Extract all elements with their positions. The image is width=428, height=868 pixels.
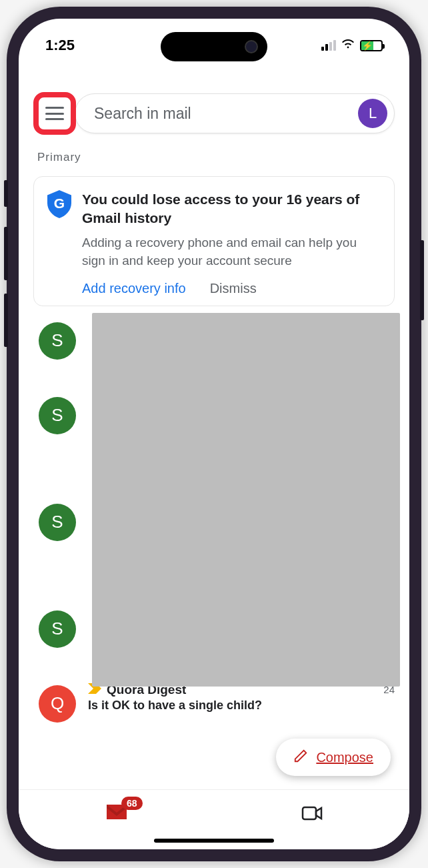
svg-rect-2 bbox=[303, 807, 316, 819]
email-subject: Is it OK to have a single child? bbox=[88, 699, 395, 713]
cellular-signal-icon bbox=[321, 40, 336, 51]
sender-avatar: S bbox=[39, 397, 76, 434]
sender-avatar: Q bbox=[39, 685, 76, 723]
redaction-overlay bbox=[92, 313, 400, 687]
volume-up-button bbox=[4, 227, 8, 280]
svg-text:G: G bbox=[54, 195, 65, 211]
add-recovery-button[interactable]: Add recovery info bbox=[82, 281, 186, 296]
menu-button-highlight bbox=[33, 92, 76, 135]
sender-avatar: S bbox=[39, 504, 76, 541]
search-bar-row: Search in mail L bbox=[19, 85, 409, 143]
search-placeholder: Search in mail bbox=[94, 105, 358, 123]
battery-icon: ⚡ bbox=[360, 40, 383, 51]
pencil-icon bbox=[293, 749, 308, 767]
compose-button[interactable]: Compose bbox=[276, 739, 391, 776]
video-icon bbox=[301, 805, 323, 822]
search-input[interactable]: Search in mail L bbox=[75, 93, 395, 133]
dynamic-island bbox=[161, 32, 267, 61]
dismiss-button[interactable]: Dismiss bbox=[210, 281, 257, 296]
alert-title: You could lose access to your 16 years o… bbox=[82, 190, 381, 228]
alert-body-text: Adding a recovery phone and email can he… bbox=[82, 234, 381, 270]
unread-badge: 68 bbox=[121, 797, 143, 810]
security-alert-card: G You could lose access to your 16 years… bbox=[33, 176, 395, 306]
shield-icon: G bbox=[47, 190, 71, 217]
section-label: Primary bbox=[19, 143, 409, 168]
wifi-icon bbox=[341, 36, 355, 55]
side-button bbox=[4, 180, 8, 207]
volume-down-button bbox=[4, 294, 8, 347]
front-camera bbox=[245, 40, 258, 53]
menu-icon[interactable] bbox=[45, 107, 64, 120]
power-button bbox=[420, 240, 424, 320]
home-indicator[interactable] bbox=[154, 839, 274, 843]
profile-avatar[interactable]: L bbox=[358, 99, 387, 128]
nav-mail[interactable]: 68 bbox=[19, 790, 214, 836]
compose-label: Compose bbox=[316, 750, 373, 765]
screen: 1:25 ⚡ Search in mail L bbox=[19, 19, 409, 849]
status-time: 1:25 bbox=[45, 37, 75, 54]
sender-avatar: S bbox=[39, 322, 76, 360]
phone-frame: 1:25 ⚡ Search in mail L bbox=[7, 7, 421, 861]
sender-avatar: S bbox=[39, 610, 76, 648]
nav-meet[interactable] bbox=[214, 790, 409, 836]
